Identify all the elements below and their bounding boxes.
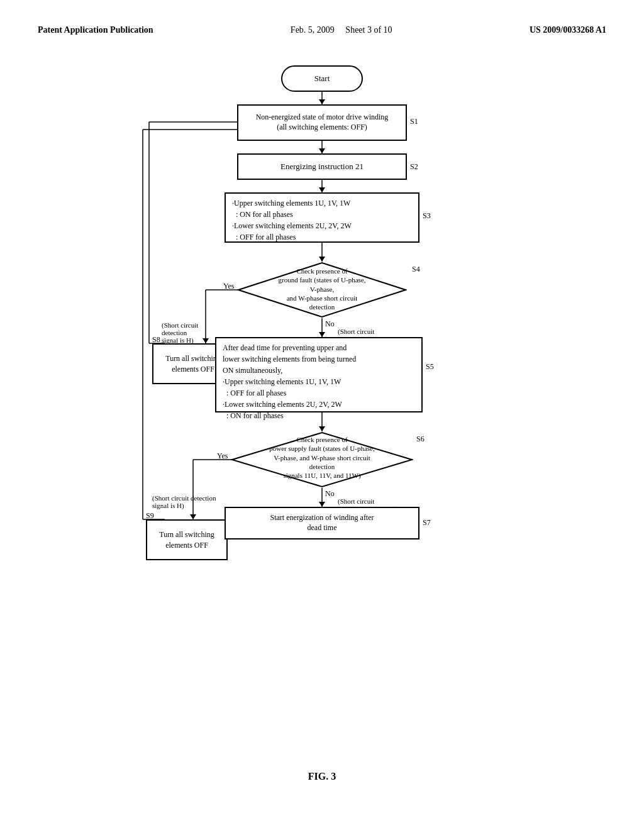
s2-label: S2 [410,162,418,172]
page-header: Patent Application Publication Feb. 5, 2… [38,25,606,35]
s2-box: Energizing instruction 21 [237,153,407,180]
svg-marker-13 [319,502,325,507]
s5-text: After dead time for preventing upper and… [223,342,356,421]
s7-box: Start energization of winding afterdead … [225,507,419,540]
flowchart: Start Non-energized state of motor drive… [55,54,589,765]
s8-label: S8 [152,335,160,345]
header-date: Feb. 5, 2009 [291,25,335,35]
s9-text: Turn all switchingelements OFF [159,529,214,551]
svg-marker-23 [190,514,196,519]
svg-marker-9 [319,332,325,337]
s4-diamond-svg: Check presence ofground fault (states of… [237,262,407,318]
header-publication: Patent Application Publication [38,25,153,35]
s6-label: S6 [416,434,425,444]
s5-label: S5 [426,362,434,372]
s6-diamond-svg: Check presence ofpower supply fault (sta… [231,431,413,488]
header-patent-number: US 2009/0033268 A1 [530,25,606,35]
start-shape: Start [281,65,363,92]
s9-box: Turn all switchingelements OFF [146,519,228,560]
s3-label: S3 [423,211,431,221]
s2-text: Energizing instruction 21 [280,162,364,172]
svg-marker-11 [319,426,325,431]
s3-box: ·Upper switching elements 1U, 1V, 1W : O… [225,192,419,243]
figure-label: FIG. 3 [308,771,336,782]
s1-text: Non-energized state of motor drive windi… [256,113,389,132]
s3-text: ·Upper switching elements 1U, 1V, 1W : O… [232,197,352,243]
svg-marker-5 [319,187,325,192]
s7-label: S7 [423,518,431,528]
s9-label: S9 [146,511,154,521]
s1-label: S1 [410,117,418,126]
svg-marker-7 [319,257,325,262]
s4-label: S4 [412,265,420,274]
s6-yes-note: (Short circuit detectionsignal is H) [152,494,221,509]
s7-text: Start energization of winding afterdead … [270,513,374,533]
s5-box: After dead time for preventing upper and… [215,337,423,412]
s6-no-label: No [325,489,335,499]
start-label: Start [314,74,330,84]
header-date-sheet: Feb. 5, 2009 Sheet 3 of 10 [291,25,392,35]
header-sheet: Sheet 3 of 10 [345,25,392,35]
s4-yes-label: Yes [223,282,234,291]
diagram-container: Start Non-energized state of motor drive… [38,54,606,782]
svg-marker-1 [319,99,325,104]
svg-marker-3 [319,148,325,153]
s1-box: Non-energized state of motor drive windi… [237,104,407,141]
s6-yes-label: Yes [217,451,228,461]
s8-text: Turn all switchingelements OFF [165,353,221,375]
s4-no-label: No [325,319,335,329]
